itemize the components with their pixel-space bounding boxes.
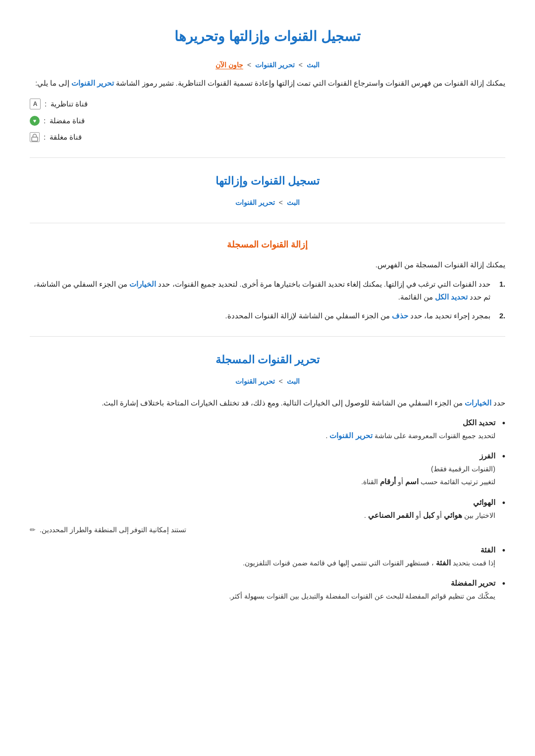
breadcrumb-arrow: >: [299, 61, 303, 69]
letter-a-icon: A: [30, 99, 41, 109]
option-antenna: الهوائي الاختيار بين هوائي أو كبل أو الق…: [30, 496, 505, 536]
section1-breadcrumb: البث > تحرير القنوات: [30, 197, 505, 209]
removal-steps: حدد القنوات التي ترغب في إزالتها. يمكنك …: [30, 278, 505, 322]
page-title: تسجيل القنوات وإزالتها وتحريرها: [30, 25, 505, 49]
channel-locked-label: قناة مغلقة: [50, 131, 82, 144]
breadcrumb-current: جاون الآن: [215, 61, 243, 69]
channel-locked-icon: [30, 132, 40, 142]
option-sort: الفرز (القنوات الرقمية فقط) لتغيير ترتيب…: [30, 449, 505, 488]
section-divider-3: [30, 336, 505, 337]
channel-type-list: قناة تناظرية : A قناة مفضلة : قناة مغلقة…: [30, 98, 505, 144]
option-sort-title: الفرز: [480, 452, 495, 460]
option-select-all-desc-end: .: [326, 432, 328, 440]
option-sort-mid: أو: [398, 478, 403, 486]
section2-breadcrumb-home[interactable]: البث: [287, 377, 300, 385]
step1-link-options[interactable]: الخيارات: [129, 280, 156, 288]
step2-text2: من الجزء السفلي من الشاشة لإزالة القنوات…: [225, 312, 390, 320]
option-sort-desc1: لتغيير ترتيب القائمة حسب: [421, 478, 495, 486]
section1-title: تسجيل القنوات وإزالتها: [30, 172, 505, 190]
subsection-removal-title: إزالة القنوات المسجلة: [30, 237, 505, 252]
option-antenna-bold3: القمر الصناعي: [368, 511, 414, 519]
removal-intro-text: يمكنك إزالة القنوات المسجلة من الفهرس.: [30, 258, 505, 272]
svg-rect-0: [32, 137, 38, 141]
option-category: الفئة إذا قمت بتحديد الفئة ، فستظهر القن…: [30, 543, 505, 569]
option-antenna-mid2: أو: [416, 511, 421, 519]
step1-text1: حدد القنوات التي ترغب في إزالتها. يمكنك …: [158, 280, 490, 288]
section2-breadcrumb: البث > تحرير القنوات: [30, 376, 505, 388]
step2-text1: بمجرد إجراء تحديد ما، حدد: [410, 312, 490, 320]
section2-intro-text1: حدد: [493, 399, 505, 407]
intro-paragraph: يمكنك إزالة القنوات من فهرس القنوات واست…: [30, 77, 505, 90]
channel-analog-icon-colon: :: [45, 98, 47, 110]
channel-favorite-colon: :: [44, 114, 46, 127]
option-select-all-desc-link[interactable]: تحرير القنوات: [329, 432, 372, 440]
option-antenna-note: تستند إمكانية التوفر إلى المنطقة والطراز…: [30, 524, 495, 536]
section1-breadcrumb-page[interactable]: تحرير القنوات: [235, 199, 275, 206]
breadcrumb-separator: >: [245, 61, 251, 69]
option-select-all-title: تحديد الكل: [463, 418, 495, 427]
step2-link-delete[interactable]: حذف: [392, 312, 408, 320]
option-sort-subtitle: (القنوات الرقمية فقط): [431, 465, 495, 473]
channel-favorite-icon: [30, 116, 40, 126]
section2-intro: حدد الخيارات من الجزء السفلي من الشاشة ل…: [30, 397, 505, 410]
option-category-desc1: إذا قمت بتحديد: [453, 559, 495, 567]
option-select-all-desc1: لتحديد جميع القنوات المعروضة على شاشة: [374, 432, 495, 440]
section1-breadcrumb-arrow: >: [279, 199, 283, 206]
intro-text-suffix: إلى ما يلي:: [35, 79, 69, 87]
option-category-mid: ، فستظهر القنوات التي تنتمي إليها في قائ…: [243, 559, 434, 567]
channel-analog-label: قناة تناظرية: [51, 98, 88, 110]
option-sort-end: القناة.: [361, 478, 378, 486]
breadcrumb-parent[interactable]: تحرير القنوات: [255, 61, 295, 69]
step1-link-select-all[interactable]: تحديد الكل: [435, 293, 468, 301]
channel-type-analog: قناة تناظرية : A: [30, 98, 505, 110]
option-select-all: تحديد الكل لتحديد جميع القنوات المعروضة …: [30, 416, 505, 442]
removal-step-1: حدد القنوات التي ترغب في إزالتها. يمكنك …: [30, 278, 505, 303]
channel-favorite-label: قناة مفضلة: [50, 114, 85, 127]
section1-breadcrumb-home[interactable]: البث: [287, 199, 300, 206]
section2-intro-text2: من الجزء السفلي من الشاشة للوصول إلى الخ…: [102, 399, 463, 407]
breadcrumb-top: البث > تحرير القنوات > جاون الآن: [30, 59, 505, 71]
note-text: تستند إمكانية التوفر إلى المنطقة والطراز…: [40, 524, 186, 536]
intro-text-main: يمكنك إزالة القنوات من فهرس القنوات واست…: [116, 79, 505, 87]
channel-type-favorite: قناة مفضلة :: [30, 114, 505, 127]
channel-type-locked: قناة مغلقة :: [30, 131, 505, 144]
channel-locked-colon: :: [44, 131, 46, 144]
lock-icon: [30, 132, 40, 142]
breadcrumb-home[interactable]: البث: [307, 61, 320, 69]
option-category-title: الفئة: [481, 546, 495, 554]
section-divider-2: [30, 223, 505, 223]
option-edit-favorites-title: تحرير المفضلة: [451, 579, 495, 587]
step1-text3: من القائمة.: [398, 293, 433, 301]
option-antenna-bold2: كبل: [423, 511, 434, 519]
heart-icon: [30, 116, 40, 126]
option-edit-favorites-desc: يمكّنك من تنظيم قوائم المفضلة للبحث عن ا…: [229, 592, 495, 600]
option-antenna-mid1: أو: [436, 511, 442, 519]
intro-link-channel-edit[interactable]: تحرير القنوات: [71, 79, 114, 87]
option-antenna-end: .: [364, 511, 366, 519]
section2-options-list: تحديد الكل لتحديد جميع القنوات المعروضة …: [30, 416, 505, 603]
section2-title: تحرير القنوات المسجلة: [30, 351, 505, 369]
option-edit-favorites: تحرير المفضلة يمكّنك من تنظيم قوائم المف…: [30, 576, 505, 603]
option-antenna-bold1: هوائي: [444, 511, 462, 519]
option-antenna-desc1: الاختيار بين: [464, 511, 495, 519]
section2-breadcrumb-arrow: >: [279, 377, 283, 385]
option-sort-bold1: اسم: [405, 478, 419, 486]
removal-step-2: بمجرد إجراء تحديد ما، حدد حذف من الجزء ا…: [30, 309, 505, 322]
option-antenna-title: الهوائي: [473, 498, 495, 506]
option-category-bold: الفئة: [436, 559, 451, 567]
section2-breadcrumb-page[interactable]: تحرير القنوات: [235, 377, 275, 385]
channel-analog-icon: A: [30, 99, 41, 109]
pencil-icon: ✏: [30, 524, 36, 536]
section2-intro-options-link[interactable]: الخيارات: [465, 399, 491, 407]
section-divider-1: [30, 157, 505, 158]
option-sort-bold2: أرقام: [380, 478, 396, 486]
